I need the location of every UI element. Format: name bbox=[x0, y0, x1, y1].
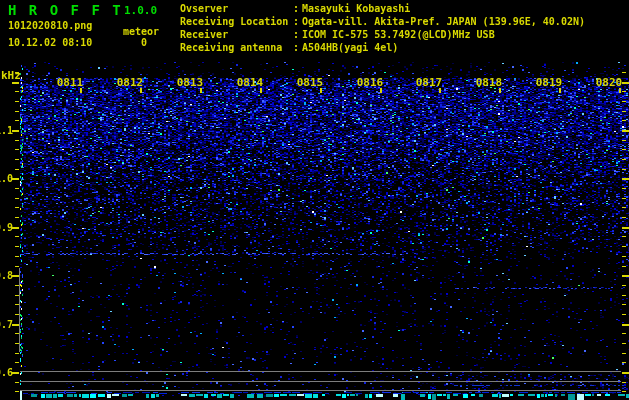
time-tick-label: 0814 bbox=[237, 77, 264, 89]
station-info-row: Receiving Location:Ogata-vill. Akita-Pre… bbox=[180, 15, 585, 28]
freq-tick-label: 1.1 bbox=[0, 125, 13, 136]
info-separator: : bbox=[293, 2, 302, 15]
app-title: H R O F F T bbox=[8, 2, 123, 18]
info-value: ICOM IC-575 53.7492(@LCD)MHz USB bbox=[302, 29, 495, 40]
observation-datetime: 10.12.02 08:10 bbox=[8, 37, 92, 48]
info-value: Masayuki Kobayashi bbox=[302, 3, 410, 14]
time-tick-label: 0812 bbox=[117, 77, 144, 89]
hrofft-screen: H R O F F T 1.0.0 1012020810.png meteor … bbox=[0, 0, 629, 400]
station-info-row: Receiver:ICOM IC-575 53.7492(@LCD)MHz US… bbox=[180, 28, 585, 41]
time-tick-label: 0819 bbox=[536, 77, 563, 89]
info-label: Ovserver bbox=[180, 2, 293, 15]
info-label: Receiver bbox=[180, 28, 293, 41]
station-info-row: Ovserver:Masayuki Kobayashi bbox=[180, 2, 585, 15]
meteor-counter-label: meteor bbox=[123, 26, 159, 37]
spectrogram-canvas bbox=[0, 0, 629, 400]
station-info: Ovserver:Masayuki KobayashiReceiving Loc… bbox=[180, 2, 585, 54]
freq-axis-unit-label: kHz bbox=[1, 69, 21, 82]
info-value: A504HB(yagi 4el) bbox=[302, 42, 398, 53]
info-label: Receiving antenna bbox=[180, 41, 293, 54]
info-value: Ogata-vill. Akita-Pref. JAPAN (139.96E, … bbox=[302, 16, 585, 27]
info-separator: : bbox=[293, 28, 302, 41]
freq-tick-label: 0.8 bbox=[0, 270, 13, 281]
freq-tick-label: 1.0 bbox=[0, 173, 13, 184]
freq-tick-label: 0.9 bbox=[0, 222, 13, 233]
info-separator: : bbox=[293, 15, 302, 28]
time-tick-label: 0816 bbox=[357, 77, 384, 89]
freq-tick-label: 0.6 bbox=[0, 367, 13, 378]
info-separator: : bbox=[293, 41, 302, 54]
output-filename: 1012020810.png bbox=[8, 20, 92, 31]
time-tick-label: 0818 bbox=[476, 77, 503, 89]
app-version: 1.0.0 bbox=[124, 4, 157, 17]
time-tick-label: 0813 bbox=[177, 77, 204, 89]
station-info-row: Receiving antenna:A504HB(yagi 4el) bbox=[180, 41, 585, 54]
meteor-counter-value: 0 bbox=[141, 37, 147, 48]
freq-tick-label: 0.7 bbox=[0, 319, 13, 330]
time-tick-label: 0817 bbox=[416, 77, 443, 89]
time-tick-label: 0820 bbox=[596, 77, 623, 89]
time-tick-label: 0811 bbox=[57, 77, 84, 89]
info-label: Receiving Location bbox=[180, 15, 293, 28]
time-tick-label: 0815 bbox=[297, 77, 324, 89]
